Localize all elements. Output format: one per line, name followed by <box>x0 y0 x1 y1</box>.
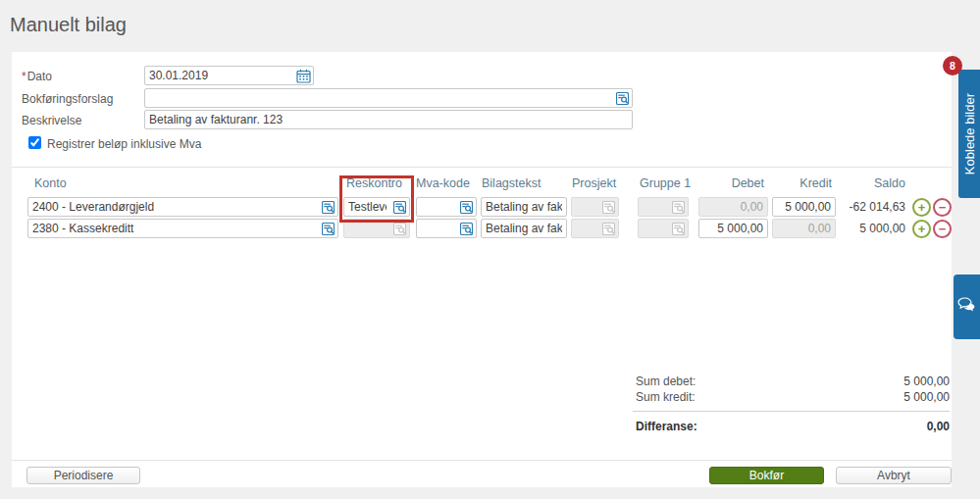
calendar-icon[interactable] <box>294 67 313 84</box>
beskrivelse-input[interactable] <box>145 111 632 128</box>
header-bilagstekst: Bilagstekst <box>482 176 541 190</box>
dato-field <box>144 66 314 85</box>
konto-field <box>27 197 338 217</box>
saldo-value: 5 000,00 <box>837 219 905 238</box>
konto-input[interactable] <box>28 198 319 216</box>
debet-field <box>698 197 768 217</box>
debet-input[interactable] <box>699 220 767 237</box>
mvakode-input[interactable] <box>417 220 457 237</box>
reskontro-field <box>343 197 410 217</box>
chat-tab[interactable] <box>954 274 980 339</box>
add-row-button[interactable]: + <box>912 220 931 238</box>
kredit-field <box>772 197 836 217</box>
kredit-input[interactable] <box>773 198 835 216</box>
beskrivelse-label: Beskrivelse <box>22 114 81 127</box>
lookup-icon <box>669 220 688 237</box>
koblede-bilder-label: Koblede bilder <box>962 93 977 175</box>
header-kredit: Kredit <box>772 176 832 190</box>
add-row-button[interactable]: + <box>912 198 931 217</box>
header-reskontro: Reskontro <box>346 176 402 190</box>
lookup-icon[interactable] <box>457 198 476 216</box>
required-asterisk: * <box>22 70 26 83</box>
prosjekt-input <box>572 198 599 216</box>
gruppe1-input <box>639 198 669 216</box>
konto-field <box>27 219 338 238</box>
sum-debet-label: Sum debet: <box>636 374 696 388</box>
header-debet: Debet <box>698 176 764 190</box>
avbryt-button[interactable]: Avbryt <box>836 467 952 484</box>
lookup-icon <box>669 198 688 216</box>
minus-icon: − <box>939 200 947 215</box>
dato-label: *Dato <box>22 70 52 83</box>
sum-debet-value: 5 000,00 <box>734 374 950 388</box>
periodisere-button[interactable]: Periodisere <box>26 467 140 484</box>
bokforingsforslag-label: Bokføringsforslag <box>22 92 113 106</box>
summary-divider <box>633 411 950 412</box>
plus-icon: + <box>918 222 926 236</box>
minus-icon: − <box>939 222 947 236</box>
koblede-bilder-tab[interactable]: Koblede bilder <box>958 70 980 198</box>
sum-kredit-label: Sum kredit: <box>636 390 696 404</box>
lookup-icon[interactable] <box>613 89 632 107</box>
plus-icon: + <box>918 200 926 215</box>
remove-row-button[interactable]: − <box>933 198 952 217</box>
header-mvakode: Mva-kode <box>416 176 470 190</box>
lookup-icon <box>599 220 618 237</box>
header-prosjekt: Prosjekt <box>572 176 616 190</box>
prosjekt-field <box>571 219 619 238</box>
header-saldo: Saldo <box>837 176 905 190</box>
gruppe1-field <box>638 219 689 238</box>
mvakode-field <box>416 197 477 217</box>
mva-inclusive-label: Registrer beløp inklusive Mva <box>47 137 201 151</box>
kredit-input <box>773 220 835 237</box>
chat-bubbles-icon <box>957 297 976 317</box>
bilagstekst-field <box>481 219 567 238</box>
reskontro-input <box>344 220 390 237</box>
bilagstekst-input[interactable] <box>482 220 566 237</box>
lookup-icon[interactable] <box>319 198 337 216</box>
header-gruppe1: Gruppe 1 <box>640 176 691 190</box>
saldo-value: -62 014,63 <box>837 197 905 217</box>
bilagstekst-field <box>481 197 567 217</box>
section-divider <box>12 167 952 168</box>
konto-input[interactable] <box>28 220 319 237</box>
bokfor-button[interactable]: Bokfør <box>709 467 824 484</box>
remove-row-button[interactable]: − <box>933 220 952 238</box>
voucher-panel: *Dato Bokføringsforslag B <box>12 52 952 487</box>
mva-inclusive-checkbox[interactable] <box>28 136 41 149</box>
prosjekt-input <box>572 220 599 237</box>
debet-field <box>698 219 768 238</box>
kredit-field <box>772 219 836 238</box>
lookup-icon[interactable] <box>457 220 476 237</box>
header-konto: Konto <box>34 176 67 190</box>
gruppe1-input <box>639 220 669 237</box>
reskontro-field <box>343 219 410 238</box>
bilagstekst-input[interactable] <box>482 198 566 216</box>
reskontro-input[interactable] <box>344 198 390 216</box>
dato-input[interactable] <box>145 67 294 84</box>
lookup-icon <box>390 220 409 237</box>
mvakode-input[interactable] <box>417 198 457 216</box>
sum-kredit-value: 5 000,00 <box>734 390 950 404</box>
beskrivelse-field <box>144 110 633 129</box>
page-title: Manuelt bilag <box>10 14 127 36</box>
differanse-value: 0,00 <box>734 420 950 433</box>
notification-badge: 8 <box>943 56 962 75</box>
gruppe1-field <box>638 197 689 217</box>
lookup-icon <box>599 198 618 216</box>
footer-divider <box>12 460 952 461</box>
bokforingsforslag-field <box>144 88 633 108</box>
lookup-icon[interactable] <box>319 220 337 237</box>
debet-input <box>699 198 767 216</box>
prosjekt-field <box>571 197 619 217</box>
bokforingsforslag-input[interactable] <box>145 89 613 107</box>
manual-voucher-page: Manuelt bilag *Dato Bokføringsforslag <box>0 0 980 499</box>
lookup-icon[interactable] <box>390 198 409 216</box>
mvakode-field <box>416 219 477 238</box>
differanse-label: Differanse: <box>636 420 697 433</box>
